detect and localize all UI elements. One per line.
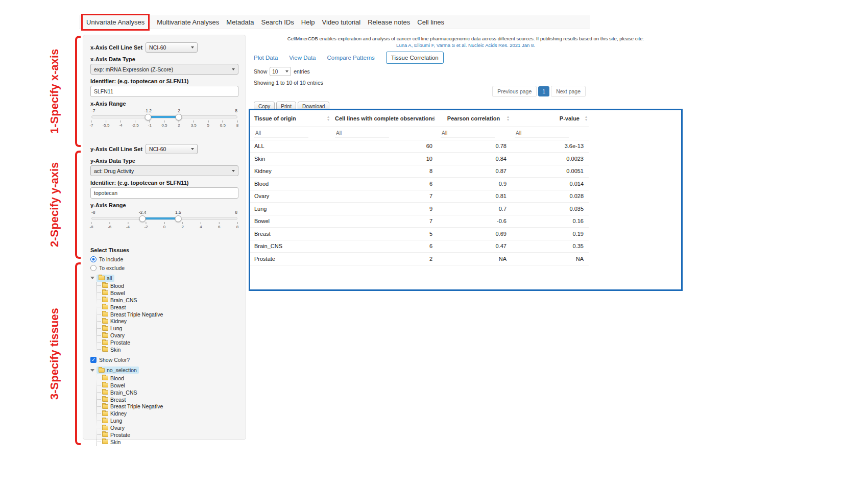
table-row[interactable]: ALL 60 0.78 3.6e-13 bbox=[250, 140, 589, 153]
tab-plot-data[interactable]: Plot Data bbox=[254, 55, 278, 61]
tree-root-no-selection[interactable]: no_selection bbox=[90, 366, 238, 375]
x-range-handle-low[interactable] bbox=[144, 114, 151, 120]
table-row[interactable]: Brain_CNS 6 0.47 0.35 bbox=[250, 240, 589, 253]
tree-item-brain-cns[interactable]: Brain_CNS bbox=[97, 389, 238, 396]
y-data-type-label: y-Axis Data Type bbox=[90, 158, 238, 164]
cell-pvalue: 0.0023 bbox=[511, 153, 589, 165]
show-color-option[interactable]: Show Color? bbox=[90, 356, 238, 364]
tree-item-skin[interactable]: Skin bbox=[97, 438, 238, 446]
to-exclude-option[interactable]: To exclude bbox=[90, 263, 238, 272]
filter-tissue-input[interactable] bbox=[254, 129, 308, 137]
col-header-tissue-of-origin[interactable]: Tissue of origin bbox=[250, 110, 331, 127]
tab-view-data[interactable]: View Data bbox=[289, 55, 316, 61]
y-range-handle-high[interactable] bbox=[175, 215, 181, 222]
x-range-handle-high[interactable] bbox=[176, 114, 182, 120]
tree-item-kidney[interactable]: Kidney bbox=[97, 410, 238, 417]
tissue-correlation-table: Tissue of origin Cell lines with complet… bbox=[250, 110, 589, 265]
filter-pearson-input[interactable] bbox=[441, 129, 495, 137]
chevron-down-icon bbox=[191, 46, 194, 48]
tree-item-bowel[interactable]: Bowel bbox=[97, 289, 238, 297]
tick-label: 3.5 bbox=[191, 120, 197, 128]
nav-item-search-ids[interactable]: Search IDs bbox=[261, 18, 294, 26]
tree-item-prostate[interactable]: Prostate bbox=[97, 431, 238, 438]
folder-icon bbox=[102, 411, 108, 416]
filter-pvalue-input[interactable] bbox=[515, 129, 569, 137]
table-row[interactable]: Breast 5 0.69 0.19 bbox=[250, 228, 589, 240]
tree-item-lung[interactable]: Lung bbox=[97, 325, 238, 332]
x-range-track[interactable] bbox=[91, 115, 237, 118]
x-cell-line-set-select[interactable]: NCI-60 bbox=[146, 42, 198, 53]
table-row[interactable]: Lung 9 0.7 0.035 bbox=[250, 203, 589, 215]
nav-item-cell-lines[interactable]: Cell lines bbox=[417, 18, 444, 26]
table-row[interactable]: Prostate 2 NA NA bbox=[250, 253, 589, 265]
tree-item-skin[interactable]: Skin bbox=[97, 346, 238, 353]
to-include-option[interactable]: To include bbox=[90, 255, 238, 263]
filter-cell-lines-input[interactable] bbox=[335, 129, 389, 137]
tab-tissue-correlation[interactable]: Tissue Correlation bbox=[386, 52, 444, 64]
caret-down-icon[interactable] bbox=[90, 369, 94, 372]
tree-item-bowel[interactable]: Bowel bbox=[97, 382, 238, 389]
nav-item-univariate-analyses[interactable]: Univariate Analyses bbox=[81, 14, 150, 31]
tree-item-breast-triple-negative[interactable]: Breast Triple Negative bbox=[97, 311, 238, 318]
tree-item-breast-triple-negative[interactable]: Breast Triple Negative bbox=[97, 403, 238, 410]
tree-item-ovary[interactable]: Ovary bbox=[97, 424, 238, 431]
col-header-pearson-correlation[interactable]: Pearson correlation bbox=[437, 110, 511, 127]
tree-root-all[interactable]: all bbox=[90, 274, 238, 282]
caret-down-icon[interactable] bbox=[90, 277, 94, 279]
tick-label: -5.5 bbox=[103, 120, 110, 128]
tree-item-label: Kidney bbox=[110, 318, 127, 324]
entries-count-select[interactable]: 10 bbox=[270, 67, 291, 76]
y-data-type-select[interactable]: act: Drug Activity bbox=[90, 165, 238, 176]
table-row[interactable]: Ovary 7 0.81 0.028 bbox=[250, 190, 589, 203]
y-identifier-label: Identifier: (e.g. topotecan or SLFN11) bbox=[90, 180, 238, 186]
nav-item-release-notes[interactable]: Release notes bbox=[368, 18, 410, 26]
sort-icon[interactable] bbox=[585, 115, 587, 121]
tick-label: 5 bbox=[207, 120, 209, 128]
col-header-p-value[interactable]: P-value bbox=[511, 110, 589, 127]
y-identifier-input[interactable] bbox=[90, 187, 238, 199]
tree-item-label: Bowel bbox=[110, 290, 125, 296]
nav-item-help[interactable]: Help bbox=[301, 18, 315, 26]
x-data-type-select[interactable]: exp: mRNA Expression (Z-Score) bbox=[90, 64, 238, 75]
nav-item-multivariate-analyses[interactable]: Multivariate Analyses bbox=[157, 18, 219, 26]
table-header-row: Tissue of origin Cell lines with complet… bbox=[250, 110, 589, 127]
col-header-cell-lines[interactable]: Cell lines with complete observations bbox=[331, 110, 437, 127]
sort-icon[interactable] bbox=[433, 115, 435, 121]
cell-correlation: 0.9 bbox=[437, 178, 511, 190]
sort-icon[interactable] bbox=[327, 115, 329, 121]
tree-item-blood[interactable]: Blood bbox=[97, 375, 238, 382]
table-row[interactable]: Bowel 7 -0.6 0.16 bbox=[250, 215, 589, 228]
tree-item-kidney[interactable]: Kidney bbox=[97, 318, 238, 325]
tree-root-label: all bbox=[107, 275, 112, 281]
y-range-track[interactable] bbox=[91, 217, 237, 220]
page-1-button[interactable]: 1 bbox=[538, 86, 549, 96]
radio-checked-icon[interactable] bbox=[90, 256, 97, 262]
nav-item-video-tutorial[interactable]: Video tutorial bbox=[322, 18, 361, 26]
y-cell-line-set-select[interactable]: NCI-60 bbox=[146, 144, 198, 154]
next-page-button[interactable]: Next page bbox=[551, 86, 586, 97]
cell-count: 7 bbox=[331, 190, 437, 203]
nav-item-metadata[interactable]: Metadata bbox=[226, 18, 254, 26]
x-identifier-input[interactable] bbox=[90, 86, 238, 97]
citation-link[interactable]: Luna A, Elloumi F, Varma S et al. Nuclei… bbox=[249, 42, 683, 48]
tree-item-ovary[interactable]: Ovary bbox=[97, 332, 238, 339]
tree-item-breast[interactable]: Breast bbox=[97, 304, 238, 311]
y-range-handle-low[interactable] bbox=[139, 215, 146, 222]
sort-icon[interactable] bbox=[507, 115, 509, 121]
cell-correlation: 0.47 bbox=[437, 240, 511, 253]
radio-unchecked-icon[interactable] bbox=[90, 265, 97, 271]
cell-correlation: 0.69 bbox=[437, 228, 511, 240]
tree-item-blood[interactable]: Blood bbox=[97, 282, 238, 289]
table-row[interactable]: Kidney 8 0.87 0.0051 bbox=[250, 165, 589, 178]
previous-page-button[interactable]: Previous page bbox=[492, 86, 537, 97]
y-range-min-label: -8 bbox=[91, 210, 95, 215]
tree-item-prostate[interactable]: Prostate bbox=[97, 339, 238, 346]
tree-item-lung[interactable]: Lung bbox=[97, 417, 238, 424]
tab-compare-patterns[interactable]: Compare Patterns bbox=[327, 55, 375, 61]
y-range-low-value: -2.4 bbox=[139, 210, 147, 215]
table-row[interactable]: Blood 6 0.9 0.014 bbox=[250, 178, 589, 190]
tree-item-brain-cns[interactable]: Brain_CNS bbox=[97, 297, 238, 304]
checkbox-checked-icon[interactable] bbox=[90, 357, 97, 363]
tree-item-breast[interactable]: Breast bbox=[97, 396, 238, 403]
table-row[interactable]: Skin 10 0.84 0.0023 bbox=[250, 153, 589, 165]
